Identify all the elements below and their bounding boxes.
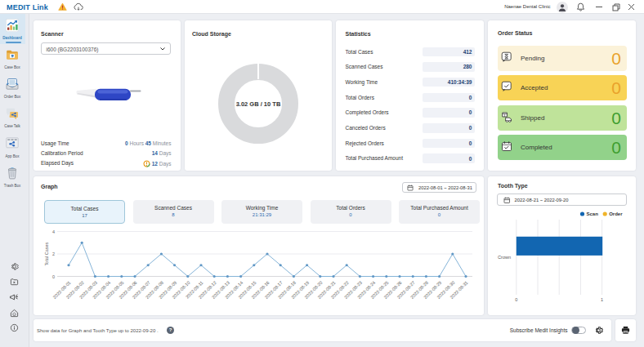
svg-text:0: 0	[52, 274, 55, 279]
svg-text:1: 1	[601, 297, 603, 302]
svg-text:Crown: Crown	[498, 255, 511, 260]
svg-text:3.02 GB / 10 TB: 3.02 GB / 10 TB	[236, 100, 281, 108]
svg-text:Order: Order	[609, 211, 623, 216]
svg-text:4: 4	[52, 229, 55, 234]
svg-text:Scan: Scan	[587, 211, 599, 216]
svg-text:0: 0	[515, 297, 517, 302]
svg-text:2: 2	[52, 251, 55, 256]
svg-text:Total Cases: Total Cases	[44, 242, 49, 265]
